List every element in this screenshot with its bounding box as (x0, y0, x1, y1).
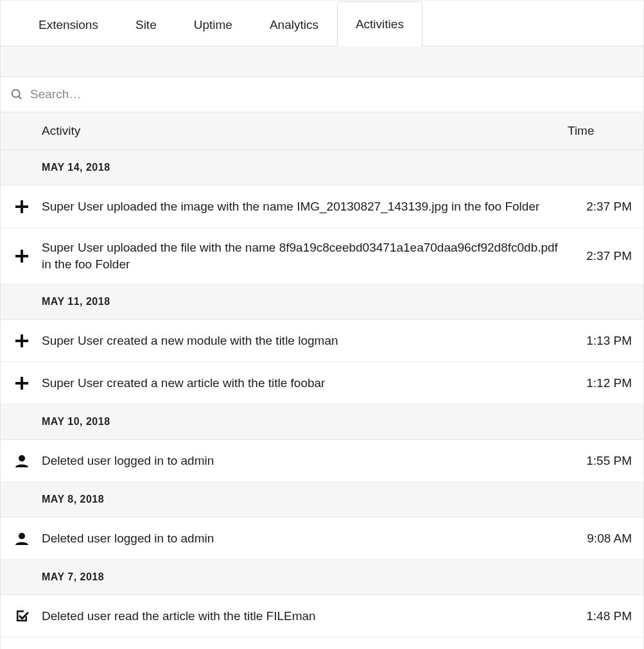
activity-description: Deleted user read the article with the t… (34, 608, 571, 625)
date-header: MAY 14, 2018 (1, 150, 643, 186)
activity-description: Super User created a new module with the… (34, 333, 571, 349)
search-bar (1, 77, 643, 112)
check-square-icon (10, 609, 34, 624)
activity-row[interactable]: Super User uploaded the image with the n… (1, 186, 643, 228)
date-header: MAY 10, 2018 (1, 404, 643, 440)
activity-list: MAY 14, 2018Super User uploaded the imag… (1, 150, 643, 649)
plus-icon (10, 376, 34, 391)
date-header: MAY 8, 2018 (1, 482, 643, 517)
activity-row[interactable]: Super User created a new article with th… (1, 362, 643, 404)
user-icon (10, 453, 34, 469)
toolbar-spacer (1, 46, 643, 77)
column-header-time[interactable]: Time (568, 124, 632, 138)
activity-time: 9:08 AM (571, 532, 632, 546)
plus-icon (10, 199, 34, 214)
svg-line-1 (19, 96, 21, 99)
tab-uptime[interactable]: Uptime (175, 2, 251, 46)
activity-time: 1:48 PM (571, 609, 632, 623)
activity-row[interactable]: Deleted user read the Category with the … (1, 637, 643, 649)
tab-analytics[interactable]: Analytics (251, 2, 337, 46)
tab-activities[interactable]: Activities (337, 1, 422, 46)
activity-description: Super User uploaded the image with the n… (34, 198, 571, 215)
svg-point-0 (12, 90, 20, 98)
tab-bar: ExtensionsSiteUptimeAnalyticsActivities (1, 1, 643, 46)
activity-row[interactable]: Super User uploaded the file with the na… (1, 228, 643, 284)
activity-time: 1:12 PM (571, 376, 632, 390)
activity-row[interactable]: Deleted user read the article with the t… (1, 595, 643, 637)
column-header-activity[interactable]: Activity (42, 124, 568, 138)
activity-description: Super User created a new article with th… (34, 375, 571, 392)
activity-description: Deleted user logged in to admin (34, 530, 571, 547)
activity-description: Super User uploaded the file with the na… (34, 239, 571, 272)
plus-icon (10, 333, 34, 349)
column-headers: Activity Time (1, 112, 643, 150)
plus-icon (10, 248, 34, 264)
date-header: MAY 11, 2018 (1, 284, 643, 320)
activity-time: 2:37 PM (571, 200, 632, 214)
activities-panel: ExtensionsSiteUptimeAnalyticsActivities … (0, 0, 644, 649)
activity-description: Deleted user logged in to admin (34, 453, 571, 469)
user-icon (10, 531, 34, 546)
activity-time: 1:13 PM (571, 334, 632, 348)
date-header: MAY 7, 2018 (1, 560, 643, 595)
activity-time: 1:55 PM (571, 454, 632, 468)
search-input[interactable] (30, 87, 634, 101)
tab-extensions[interactable]: Extensions (20, 2, 117, 46)
tab-site[interactable]: Site (117, 2, 175, 46)
search-icon (10, 87, 24, 101)
activity-time: 2:37 PM (571, 249, 632, 263)
activity-row[interactable]: Deleted user logged in to admin9:08 AM (1, 517, 643, 560)
activity-row[interactable]: Deleted user logged in to admin1:55 PM (1, 440, 643, 482)
activity-row[interactable]: Super User created a new module with the… (1, 320, 643, 362)
